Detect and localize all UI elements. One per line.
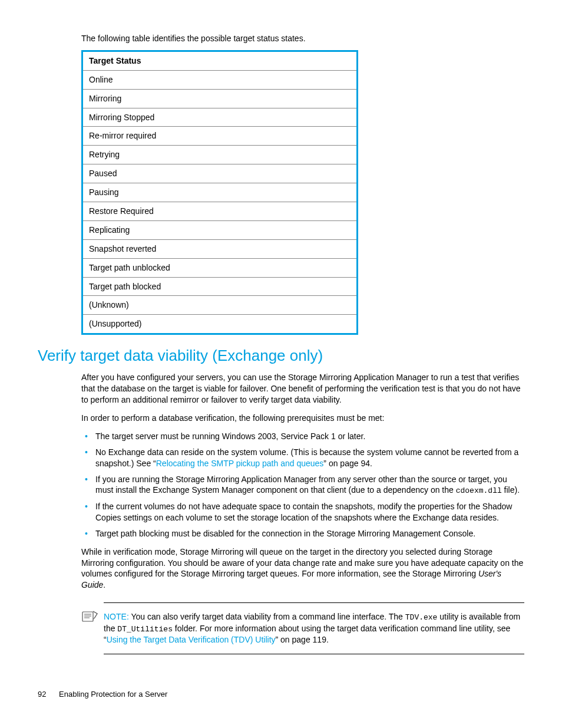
table-row: Snapshot reverted <box>82 239 358 258</box>
note-text: You can also verify target data viabilit… <box>129 612 405 621</box>
table-header: Target Status <box>82 51 358 70</box>
paragraph: After you have configured your servers, … <box>81 372 524 406</box>
table-row: Retrying <box>82 146 358 164</box>
note-label: NOTE: <box>104 612 129 621</box>
table-row: Target path unblocked <box>82 258 358 277</box>
svg-rect-0 <box>82 612 93 621</box>
code-text: TDV.exe <box>405 613 438 622</box>
paragraph-text: . <box>103 580 105 589</box>
table-row: Mirroring <box>82 89 358 108</box>
prerequisites-list: The target server must be running Window… <box>81 431 524 539</box>
page-number: 92 <box>38 690 46 699</box>
page-container: The following table identifies the possi… <box>0 0 562 728</box>
target-status-table: Target Status Online Mirroring Mirroring… <box>81 50 358 335</box>
list-item: The target server must be running Window… <box>81 431 524 442</box>
table-row: (Unsupported) <box>82 315 358 334</box>
section-heading: Verify target data viability (Exchange o… <box>38 345 524 366</box>
list-item-text: If you are running the Storage Mirroring… <box>95 475 507 495</box>
paragraph: While in verification mode, Storage Mirr… <box>81 546 524 591</box>
table-row: Restore Required <box>82 202 358 221</box>
cross-reference-link[interactable]: Using the Target Data Verification (TDV)… <box>107 635 276 644</box>
note-icon <box>81 610 98 623</box>
table-row: Paused <box>82 164 358 183</box>
cross-reference-link[interactable]: Relocating the SMTP pickup path and queu… <box>156 459 324 468</box>
note-text: ” on page 119. <box>276 635 329 644</box>
paragraph: In order to perform a database verificat… <box>81 413 524 424</box>
note-block: NOTE: You can also verify target data vi… <box>104 602 524 654</box>
table-row: Mirroring Stopped <box>82 108 358 127</box>
intro-text: The following table identifies the possi… <box>81 33 524 44</box>
body-content: After you have configured your servers, … <box>81 372 524 654</box>
table-row: Online <box>82 70 358 89</box>
table-row: Target path blocked <box>82 277 358 296</box>
paragraph-text: While in verification mode, Storage Mirr… <box>81 547 523 579</box>
code-text: DT_Utilities <box>117 625 173 634</box>
table-row: Pausing <box>82 183 358 202</box>
code-text: cdoexm.dll <box>456 486 502 495</box>
table-row: (Unknown) <box>82 296 358 315</box>
list-item: No Exchange data can reside on the syste… <box>81 447 524 469</box>
list-item: If the current volumes do not have adequ… <box>81 501 524 523</box>
page-footer: 92 Enabling Protection for a Server <box>38 689 167 700</box>
table-row: Re-mirror required <box>82 127 358 146</box>
table-row: Replicating <box>82 220 358 239</box>
list-item-text: ” on page 94. <box>323 459 372 468</box>
footer-title: Enabling Protection for a Server <box>59 690 167 699</box>
list-item-text: file). <box>502 485 520 495</box>
list-item: Target path blocking must be disabled fo… <box>81 528 524 539</box>
list-item: If you are running the Storage Mirroring… <box>81 474 524 496</box>
